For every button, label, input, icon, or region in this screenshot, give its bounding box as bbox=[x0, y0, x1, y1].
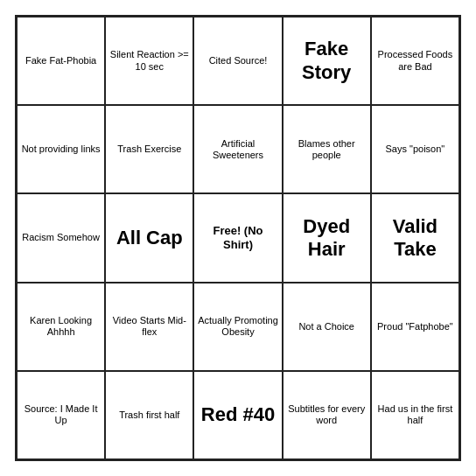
cell-text-r1c4: Says "poison" bbox=[386, 144, 445, 155]
cell-text-r1c3: Blames other people bbox=[286, 138, 368, 161]
cell-text-r0c4: Processed Foods are Bad bbox=[374, 49, 456, 72]
cell-text-r2c1: All Cap bbox=[116, 227, 183, 249]
bingo-board: Fake Fat-PhobiaSilent Reaction >= 10 sec… bbox=[15, 15, 461, 461]
cell-text-r0c0: Fake Fat-Phobia bbox=[25, 55, 96, 66]
cell-text-r4c2: Red #40 bbox=[201, 403, 275, 426]
cell-text-r3c1: Video Starts Mid-flex bbox=[108, 315, 190, 338]
bingo-cell-r2c4: Valid Take bbox=[371, 193, 459, 282]
cell-text-r1c0: Not providing links bbox=[22, 144, 101, 155]
cell-text-r0c3: Fake Story bbox=[286, 38, 368, 84]
bingo-cell-r1c2: Artificial Sweeteners bbox=[193, 105, 282, 193]
cell-text-r1c1: Trash Exercise bbox=[117, 144, 181, 155]
bingo-cell-r1c3: Blames other people bbox=[283, 105, 371, 193]
bingo-cell-r0c2: Cited Source! bbox=[193, 17, 282, 105]
cell-text-r3c0: Karen Looking Ahhhh bbox=[20, 315, 102, 338]
bingo-cell-r4c0: Source: I Made It Up bbox=[17, 371, 105, 459]
bingo-cell-r0c1: Silent Reaction >= 10 sec bbox=[105, 17, 193, 105]
bingo-cell-r0c0: Fake Fat-Phobia bbox=[17, 17, 105, 105]
bingo-cell-r3c1: Video Starts Mid-flex bbox=[105, 283, 193, 371]
bingo-cell-r4c1: Trash first half bbox=[105, 371, 193, 459]
cell-text-r0c1: Silent Reaction >= 10 sec bbox=[108, 49, 190, 72]
bingo-cell-r4c2: Red #40 bbox=[193, 371, 282, 459]
cell-text-r4c0: Source: I Made It Up bbox=[20, 403, 102, 426]
cell-text-r2c3: Dyed Hair bbox=[286, 215, 368, 262]
cell-text-r3c4: Proud "Fatphobe" bbox=[377, 321, 453, 332]
cell-text-r2c2: Free! (No Shirt) bbox=[197, 224, 278, 251]
bingo-cell-r2c0: Racism Somehow bbox=[17, 193, 105, 282]
cell-text-r3c2: Actually Promoting Obesity bbox=[197, 315, 278, 338]
cell-text-r4c4: Had us in the first half bbox=[374, 403, 456, 426]
bingo-cell-r4c4: Had us in the first half bbox=[371, 371, 459, 459]
cell-text-r1c2: Artificial Sweeteners bbox=[197, 138, 278, 161]
bingo-cell-r1c4: Says "poison" bbox=[371, 105, 459, 193]
bingo-cell-r3c0: Karen Looking Ahhhh bbox=[17, 283, 105, 371]
cell-text-r2c0: Racism Somehow bbox=[22, 232, 100, 243]
bingo-cell-r3c3: Not a Choice bbox=[283, 283, 371, 371]
cell-text-r2c4: Valid Take bbox=[374, 215, 456, 262]
bingo-cell-r0c3: Fake Story bbox=[283, 17, 371, 105]
bingo-cell-r4c3: Subtitles for every word bbox=[283, 371, 371, 459]
cell-text-r4c1: Trash first half bbox=[119, 410, 179, 421]
bingo-cell-r0c4: Processed Foods are Bad bbox=[371, 17, 459, 105]
bingo-cell-r1c0: Not providing links bbox=[17, 105, 105, 193]
bingo-cell-r1c1: Trash Exercise bbox=[105, 105, 193, 193]
bingo-cell-r2c3: Dyed Hair bbox=[283, 193, 371, 282]
bingo-cell-r3c2: Actually Promoting Obesity bbox=[193, 283, 282, 371]
bingo-cell-r2c2: Free! (No Shirt) bbox=[193, 193, 282, 282]
cell-text-r4c3: Subtitles for every word bbox=[286, 403, 368, 426]
bingo-cell-r2c1: All Cap bbox=[105, 193, 193, 282]
bingo-grid: Fake Fat-PhobiaSilent Reaction >= 10 sec… bbox=[17, 17, 459, 459]
bingo-cell-r3c4: Proud "Fatphobe" bbox=[371, 283, 459, 371]
cell-text-r3c3: Not a Choice bbox=[298, 321, 354, 332]
cell-text-r0c2: Cited Source! bbox=[209, 55, 268, 66]
